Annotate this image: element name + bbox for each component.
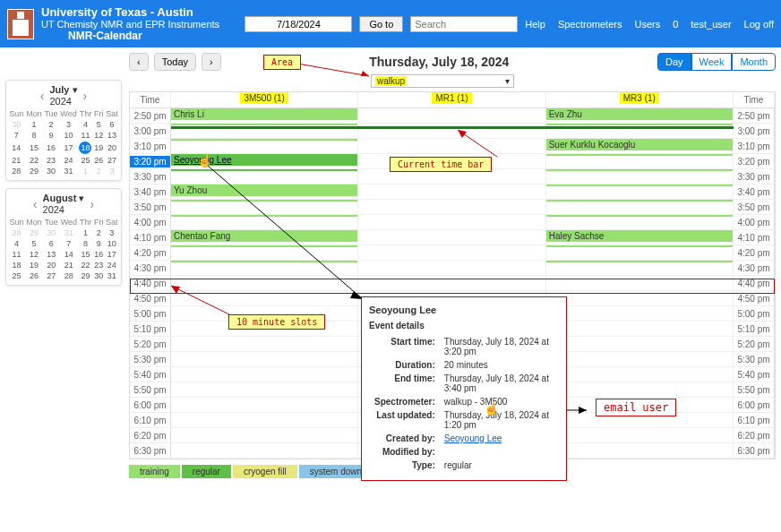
- search-input[interactable]: [410, 16, 518, 32]
- minical-day[interactable]: 5: [25, 238, 43, 249]
- minical-day[interactable]: 24: [59, 155, 78, 166]
- event-block[interactable]: Seoyoung Lee: [171, 154, 357, 166]
- schedule-cell[interactable]: [358, 108, 545, 123]
- event-block[interactable]: [171, 200, 357, 202]
- minical-day[interactable]: 11: [78, 130, 93, 141]
- minical-august[interactable]: ‹ August ▾2024 › SunMonTueWedThrFriSat28…: [5, 188, 122, 286]
- chevron-down-icon[interactable]: ▾: [73, 84, 78, 95]
- resource-header[interactable]: MR1 (1): [358, 92, 545, 107]
- minical-day[interactable]: 25: [78, 155, 93, 166]
- minical-day[interactable]: 10: [59, 130, 78, 141]
- minical-day[interactable]: 21: [59, 260, 78, 270]
- minical-day[interactable]: 31: [59, 227, 78, 238]
- schedule-cell[interactable]: [546, 261, 734, 275]
- nav-logoff[interactable]: Log off: [744, 19, 774, 30]
- schedule-cell[interactable]: [171, 352, 358, 366]
- minical-day[interactable]: 5: [93, 119, 105, 130]
- minical-day[interactable]: 3: [105, 227, 119, 238]
- minical-day[interactable]: 23: [43, 155, 59, 166]
- schedule-cell[interactable]: [358, 261, 545, 275]
- minical-day[interactable]: 19: [25, 260, 43, 270]
- minical-day[interactable]: 9: [93, 238, 105, 249]
- schedule-cell[interactable]: Seoyoung Lee: [171, 154, 358, 168]
- minical-day[interactable]: 26: [93, 155, 105, 166]
- minical-day[interactable]: 15: [25, 141, 43, 155]
- view-month[interactable]: Month: [732, 53, 776, 71]
- schedule-cell[interactable]: [546, 200, 734, 214]
- minical-day[interactable]: 4: [78, 119, 93, 130]
- minical-day[interactable]: 8: [25, 130, 43, 141]
- prev-day-button[interactable]: ‹: [129, 53, 149, 71]
- schedule-cell[interactable]: [546, 337, 734, 351]
- minical-day[interactable]: 12: [25, 249, 43, 260]
- schedule-cell[interactable]: [546, 367, 734, 382]
- schedule-cell[interactable]: [171, 382, 358, 397]
- schedule-cell[interactable]: Haley Sachse: [546, 230, 734, 245]
- minical-day[interactable]: 9: [43, 130, 59, 141]
- minical-day[interactable]: 23: [93, 260, 105, 270]
- minical-day[interactable]: 29: [25, 166, 43, 176]
- minical-day[interactable]: 30: [8, 119, 25, 130]
- resource-header[interactable]: MR3 (1): [546, 92, 734, 107]
- minical-day[interactable]: 30: [43, 227, 59, 238]
- minical-day[interactable]: 28: [8, 166, 25, 176]
- schedule-cell[interactable]: [546, 245, 734, 260]
- schedule-cell[interactable]: [171, 428, 358, 442]
- minical-day[interactable]: 1: [78, 166, 93, 176]
- event-block[interactable]: [546, 124, 733, 125]
- event-block[interactable]: [546, 261, 733, 262]
- minical-day[interactable]: 28: [59, 270, 78, 281]
- schedule-cell[interactable]: [171, 261, 358, 275]
- minical-day[interactable]: 2: [93, 166, 105, 176]
- next-month-icon[interactable]: ›: [90, 197, 94, 211]
- event-block[interactable]: [171, 245, 357, 247]
- minical-day[interactable]: 31: [105, 270, 119, 281]
- event-block[interactable]: [171, 139, 357, 141]
- minical-day[interactable]: 25: [8, 270, 25, 281]
- minical-day[interactable]: 29: [78, 270, 92, 281]
- minical-day[interactable]: 24: [105, 260, 119, 270]
- schedule-cell[interactable]: Suer Kurklu Kocaoglu: [546, 139, 734, 153]
- minical-day[interactable]: 12: [93, 130, 105, 141]
- schedule-cell[interactable]: [358, 200, 545, 214]
- nav-count[interactable]: 0: [673, 19, 678, 30]
- event-block[interactable]: [171, 124, 357, 125]
- event-block[interactable]: Yu Zhou: [171, 184, 357, 196]
- minical-day[interactable]: 4: [8, 238, 25, 249]
- minical-day[interactable]: 8: [78, 238, 92, 249]
- minical-day[interactable]: 11: [8, 249, 25, 260]
- today-button[interactable]: Today: [154, 53, 196, 71]
- minical-july[interactable]: ‹ July ▾2024 › SunMonTueWedThrFriSat3012…: [5, 80, 122, 181]
- schedule-cell[interactable]: [546, 215, 734, 229]
- event-block[interactable]: [546, 245, 733, 247]
- schedule-cell[interactable]: [358, 139, 545, 153]
- minical-day[interactable]: 16: [43, 141, 59, 155]
- minical-day[interactable]: 13: [105, 130, 119, 141]
- minical-day[interactable]: 26: [25, 270, 43, 281]
- schedule-cell[interactable]: [358, 184, 545, 199]
- minical-day[interactable]: 22: [78, 260, 92, 270]
- schedule-cell[interactable]: [546, 352, 734, 366]
- minical-day[interactable]: 30: [43, 166, 59, 176]
- event-block[interactable]: [546, 169, 733, 171]
- minical-day[interactable]: 27: [43, 270, 59, 281]
- schedule-cell[interactable]: Chris Li: [171, 108, 358, 123]
- next-day-button[interactable]: ›: [202, 53, 221, 71]
- minical-day[interactable]: 17: [105, 249, 119, 260]
- nav-user[interactable]: test_user: [691, 19, 731, 30]
- schedule-cell[interactable]: Yu Zhou: [171, 184, 358, 199]
- schedule-cell[interactable]: [171, 215, 358, 229]
- minical-day[interactable]: 22: [25, 155, 43, 166]
- event-block[interactable]: Eva Zhu: [546, 108, 733, 120]
- schedule-cell[interactable]: [546, 169, 734, 184]
- minical-day[interactable]: 21: [8, 155, 25, 166]
- nav-help[interactable]: Help: [525, 19, 545, 30]
- minical-day[interactable]: 7: [8, 130, 25, 141]
- schedule-cell[interactable]: [171, 337, 358, 351]
- minical-day[interactable]: 29: [25, 227, 43, 238]
- minical-day[interactable]: 15: [78, 249, 92, 260]
- prev-month-icon[interactable]: ‹: [40, 89, 45, 103]
- schedule-cell[interactable]: Eva Zhu: [546, 108, 734, 123]
- minical-day[interactable]: 20: [105, 141, 119, 155]
- schedule-cell[interactable]: [546, 154, 734, 168]
